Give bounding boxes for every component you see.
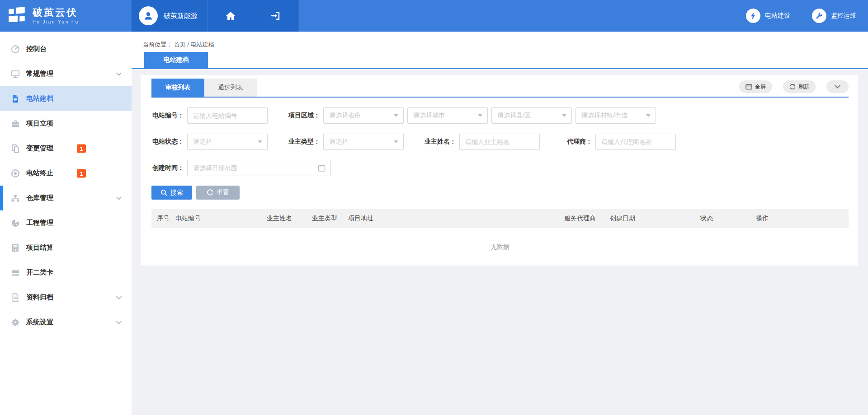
sidebar-item-system-settings[interactable]: 系统设置 <box>0 310 132 335</box>
home-icon <box>225 11 236 21</box>
nav-station-construction[interactable]: 电站建设 <box>746 9 790 23</box>
chevron-down-icon <box>835 85 840 89</box>
region-label: 项目区域： <box>288 112 320 120</box>
station-no-label: 电站编号： <box>151 112 184 120</box>
station-status-select[interactable]: 请选择 <box>187 134 268 150</box>
solar-panel-logo-icon <box>7 5 28 26</box>
pie-dashboard-icon <box>11 219 20 228</box>
breadcrumb-bar: 当前位置： 首页 / 电站建档 <box>132 32 868 68</box>
col-header-index: 序号 <box>157 214 175 223</box>
collapse-button[interactable] <box>826 80 849 93</box>
owner-name-input[interactable] <box>459 134 540 150</box>
tab-underline-rule <box>132 68 868 69</box>
search-button[interactable]: 搜索 <box>151 186 192 200</box>
user-account[interactable]: 破茧新能源 <box>132 0 208 32</box>
station-no-input[interactable] <box>187 107 268 124</box>
sidebar-item-change-management[interactable]: 变更管理 1 <box>0 136 132 161</box>
create-time-label: 创建时间： <box>151 164 184 172</box>
sidebar-item-station-filing[interactable]: 电站建档 <box>0 86 132 111</box>
breadcrumb-prefix: 当前位置： <box>143 41 172 48</box>
panel-tab-strip: 审核列表 通过列表 全屏 <box>151 79 849 97</box>
sidebar: 控制台 常规管理 电站建档 <box>0 32 132 415</box>
nav-monitoring-ops[interactable]: 监控运维 <box>812 9 856 23</box>
home-button[interactable] <box>208 0 253 32</box>
wrench-icon <box>815 12 823 20</box>
logout-button[interactable] <box>253 0 298 32</box>
station-status-label: 电站状态： <box>151 138 184 146</box>
logout-icon <box>271 11 281 21</box>
sidebar-item-project-settlement[interactable]: 项目结算 <box>0 235 132 260</box>
results-table: 序号 电站编号 业主姓名 业主类型 项目地址 服务代理商 创建日期 状态 操作 … <box>151 209 849 266</box>
briefcase-icon <box>11 119 20 128</box>
fullscreen-icon <box>745 84 752 90</box>
file-icon <box>11 293 20 302</box>
refresh-button[interactable]: 刷新 <box>783 80 816 93</box>
lightning-icon <box>749 12 757 20</box>
target-icon <box>11 169 20 178</box>
col-header-station-no: 电站编号 <box>175 214 267 223</box>
avatar[interactable] <box>139 6 158 25</box>
filter-form: 电站编号： 项目区域： 请选择省份 请选择城市 <box>151 107 849 176</box>
col-header-create-date: 创建日期 <box>610 214 700 223</box>
app-subtitle: Po Jian Yun Fu <box>33 19 79 24</box>
owner-name-label: 业主姓名： <box>424 138 456 146</box>
gear-icon <box>11 318 20 327</box>
sidebar-item-open-class2-card[interactable]: 开二类卡 <box>0 260 132 285</box>
gauge-icon <box>11 45 20 54</box>
search-icon <box>160 189 167 196</box>
table-header-row: 序号 电站编号 业主姓名 业主类型 项目地址 服务代理商 创建日期 状态 操作 <box>151 209 849 228</box>
fullscreen-button[interactable]: 全屏 <box>739 80 772 93</box>
header-nav: 电站建设 监控运维 <box>746 0 856 32</box>
chevron-down-icon <box>116 196 122 200</box>
app-title: 破茧云伏 <box>33 7 79 18</box>
chevron-down-icon <box>394 114 398 119</box>
col-header-project-address: 项目地址 <box>348 214 564 223</box>
chevron-down-icon <box>258 140 262 145</box>
notification-badge: 1 <box>77 144 86 153</box>
province-select[interactable]: 请选择省份 <box>323 107 404 124</box>
monitor-icon <box>11 70 20 79</box>
tab-passed-list[interactable]: 通过列表 <box>204 79 257 97</box>
chevron-down-icon <box>478 114 482 119</box>
refresh-icon <box>789 84 796 90</box>
calendar-icon <box>318 164 326 172</box>
sidebar-item-engineering-management[interactable]: 工程管理 <box>0 210 132 235</box>
col-header-owner-type: 业主类型 <box>312 214 348 223</box>
sidebar-item-warehouse-management[interactable]: 仓库管理 <box>0 186 132 210</box>
sidebar-item-station-termination[interactable]: 电站终止 1 <box>0 161 132 186</box>
date-range-input[interactable] <box>187 160 331 176</box>
town-select[interactable]: 请选择村镇/街道 <box>576 107 656 124</box>
notification-badge: 1 <box>77 169 86 177</box>
county-select[interactable]: 请选择县/区 <box>491 107 572 124</box>
owner-type-select[interactable]: 请选择 <box>323 134 404 150</box>
tab-review-list[interactable]: 审核列表 <box>151 79 204 97</box>
col-header-service-agent: 服务代理商 <box>564 214 610 223</box>
col-header-status: 状态 <box>700 214 756 223</box>
reset-button[interactable]: 重置 <box>196 186 240 200</box>
sitemap-icon <box>11 194 20 203</box>
sidebar-item-general-management[interactable]: 常规管理 <box>0 61 132 86</box>
user-icon <box>143 10 154 21</box>
sidebar-item-dashboard[interactable]: 控制台 <box>0 37 132 61</box>
breadcrumb: 当前位置： 首页 / 电站建档 <box>143 41 214 48</box>
chevron-down-icon <box>394 140 398 145</box>
col-header-owner-name: 业主姓名 <box>267 214 312 223</box>
app-logo: 破茧云伏 Po Jian Yun Fu <box>0 0 132 32</box>
sidebar-item-data-archiving[interactable]: 资料归档 <box>0 285 132 310</box>
app-window: 破茧云伏 Po Jian Yun Fu 破茧新能源 <box>0 0 868 415</box>
breadcrumb-current: 电站建档 <box>191 41 214 48</box>
city-select[interactable]: 请选择城市 <box>407 107 488 124</box>
agent-input[interactable] <box>595 134 676 150</box>
nav-label: 电站建设 <box>765 12 790 20</box>
sidebar-item-project-initiation[interactable]: 项目立项 <box>0 111 132 136</box>
reset-icon <box>207 189 213 196</box>
copy-icon <box>11 144 20 153</box>
agent-label: 代理商： <box>560 138 592 146</box>
chevron-down-icon <box>562 114 566 119</box>
chevron-down-icon <box>116 321 122 324</box>
calculator-icon <box>11 243 20 252</box>
breadcrumb-home: 首页 <box>174 41 186 48</box>
breadcrumb-separator: / <box>187 41 190 48</box>
page-tab-station-filing[interactable]: 电站建档 <box>144 52 208 68</box>
nav-label: 监控运维 <box>831 12 856 20</box>
